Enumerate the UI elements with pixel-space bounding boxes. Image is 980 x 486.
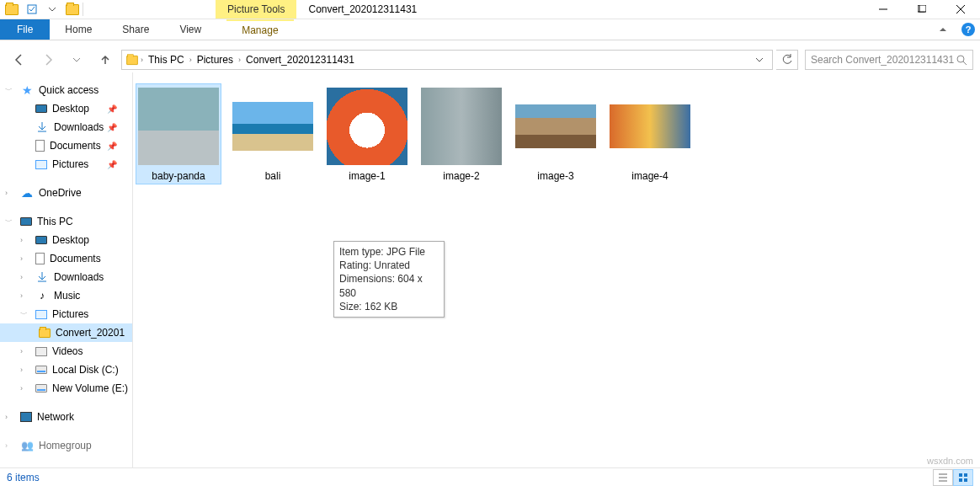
crumb-current[interactable]: Convert_202012311431 xyxy=(242,54,358,66)
sidebar-item-downloads[interactable]: Downloads📌 xyxy=(0,118,132,136)
file-name: image-3 xyxy=(537,170,573,182)
qat-properties-button[interactable] xyxy=(22,0,42,19)
help-icon[interactable]: ? xyxy=(961,23,975,36)
details-view-button[interactable] xyxy=(933,469,953,486)
sidebar-label: Network xyxy=(37,411,74,423)
watermark: wsxdn.com xyxy=(927,456,973,466)
desktop-icon xyxy=(35,236,47,244)
chevron-right-icon[interactable]: › xyxy=(238,56,241,64)
sidebar-this-pc[interactable]: ﹀This PC xyxy=(0,212,132,231)
sidebar-label: OneDrive xyxy=(39,187,82,199)
sidebar-network[interactable]: ›Network xyxy=(0,408,132,426)
sidebar-item-documents[interactable]: ›Documents xyxy=(0,249,132,268)
qat-folder[interactable] xyxy=(62,0,83,19)
sidebar-item-music[interactable]: ›♪Music xyxy=(0,286,132,305)
sidebar-label: Pictures xyxy=(52,158,88,170)
file-item[interactable]: image-3 xyxy=(514,84,598,184)
sidebar-item-videos[interactable]: ›Videos xyxy=(0,342,132,360)
folder-icon xyxy=(125,53,139,67)
chevron-right-icon[interactable]: › xyxy=(189,56,192,64)
sidebar-label: Desktop xyxy=(52,103,89,115)
forward-button[interactable] xyxy=(35,50,61,70)
crumb-this-pc[interactable]: This PC xyxy=(145,54,188,66)
sidebar-item-documents[interactable]: Documents📌 xyxy=(0,136,132,155)
music-icon: ♪ xyxy=(35,289,49,302)
sidebar-item-current-folder[interactable]: Convert_20201 xyxy=(0,323,132,342)
maximize-button[interactable] xyxy=(903,0,941,19)
sidebar-quick-access[interactable]: ﹀★Quick access xyxy=(0,81,132,99)
download-icon xyxy=(35,120,49,134)
tab-home[interactable]: Home xyxy=(50,19,107,40)
sidebar-label: Desktop xyxy=(52,234,89,246)
sidebar-label: Documents xyxy=(50,253,101,264)
desktop-icon xyxy=(35,104,47,113)
sidebar-item-pictures[interactable]: Pictures📌 xyxy=(0,155,132,174)
chevron-right-icon[interactable]: › xyxy=(141,56,143,64)
sidebar-item-downloads[interactable]: ›Downloads xyxy=(0,268,132,286)
pin-icon: 📌 xyxy=(107,160,117,169)
file-name: baby-panda xyxy=(152,170,205,182)
view-toggle xyxy=(933,469,973,486)
tab-manage[interactable]: Manage xyxy=(226,19,293,40)
address-bar[interactable]: › This PC › Pictures › Convert_202012311… xyxy=(121,50,773,70)
videos-icon xyxy=(35,347,47,356)
search-input[interactable]: Search Convert_202012311431 xyxy=(805,50,973,70)
navigation-pane: ﹀★Quick access Desktop📌 Downloads📌 Docum… xyxy=(0,72,133,467)
sidebar-label: New Volume (E:) xyxy=(52,382,128,394)
pc-icon xyxy=(20,217,32,226)
svg-line-7 xyxy=(963,61,967,65)
pin-icon: 📌 xyxy=(107,123,117,132)
recent-dropdown[interactable] xyxy=(64,50,89,70)
file-name: bali xyxy=(265,170,281,182)
qat-dropdown[interactable] xyxy=(42,0,62,19)
pin-icon: 📌 xyxy=(107,104,117,114)
document-icon xyxy=(35,253,45,264)
search-icon xyxy=(956,55,967,66)
file-item[interactable]: bali xyxy=(231,84,315,184)
sidebar-item-local-disk[interactable]: ›Local Disk (C:) xyxy=(0,360,132,379)
context-tab-label: Picture Tools xyxy=(216,0,296,19)
sidebar-item-pictures[interactable]: ﹀Pictures xyxy=(0,305,132,323)
minimize-button[interactable] xyxy=(864,0,903,19)
svg-rect-3 xyxy=(919,5,926,12)
sidebar-label: Downloads xyxy=(54,271,104,283)
file-item[interactable]: baby-panda xyxy=(136,84,221,184)
file-list[interactable]: baby-pandabaliimage-1image-2image-3image… xyxy=(133,72,980,467)
sidebar-homegroup[interactable]: ›👥Homegroup xyxy=(0,436,132,455)
crumb-pictures[interactable]: Pictures xyxy=(194,54,237,66)
sidebar-onedrive[interactable]: ›☁OneDrive xyxy=(0,184,132,202)
file-item[interactable]: image-1 xyxy=(325,84,409,184)
address-dropdown[interactable] xyxy=(750,56,769,64)
back-button[interactable] xyxy=(7,50,32,70)
file-name: image-1 xyxy=(349,170,385,182)
sidebar-label: Videos xyxy=(52,345,83,357)
folder-icon xyxy=(39,328,51,338)
drive-icon xyxy=(35,384,47,393)
refresh-button[interactable] xyxy=(776,50,798,70)
file-item[interactable]: image-2 xyxy=(419,84,503,184)
collapse-ribbon-icon[interactable] xyxy=(940,28,946,31)
file-name: image-2 xyxy=(443,170,479,182)
sidebar-label: Music xyxy=(54,290,80,302)
window-title: Convert_202012311431 xyxy=(296,0,417,19)
pictures-icon xyxy=(35,310,47,319)
sidebar-item-new-volume[interactable]: ›New Volume (E:) xyxy=(0,379,132,398)
sidebar-item-desktop[interactable]: ›Desktop xyxy=(0,231,132,249)
tab-share[interactable]: Share xyxy=(107,19,164,40)
titlebar: Picture Tools Convert_202012311431 xyxy=(0,0,980,19)
tooltip-line: Size: 162 KB xyxy=(339,300,439,313)
close-button[interactable] xyxy=(941,0,980,19)
thumbnail-image xyxy=(515,104,596,148)
pin-icon: 📌 xyxy=(107,142,117,151)
sidebar-label: Pictures xyxy=(52,308,88,320)
tab-view[interactable]: View xyxy=(164,19,216,40)
up-button[interactable] xyxy=(93,50,118,70)
file-item[interactable]: image-4 xyxy=(608,84,692,184)
sidebar-item-desktop[interactable]: Desktop📌 xyxy=(0,99,132,118)
file-tab[interactable]: File xyxy=(0,19,50,40)
homegroup-icon: 👥 xyxy=(20,439,34,452)
tooltip-line: Item type: JPG File xyxy=(339,245,439,259)
download-icon xyxy=(35,270,49,284)
thumbnails-view-button[interactable] xyxy=(953,469,973,486)
sidebar-label: Local Disk (C:) xyxy=(52,364,119,376)
